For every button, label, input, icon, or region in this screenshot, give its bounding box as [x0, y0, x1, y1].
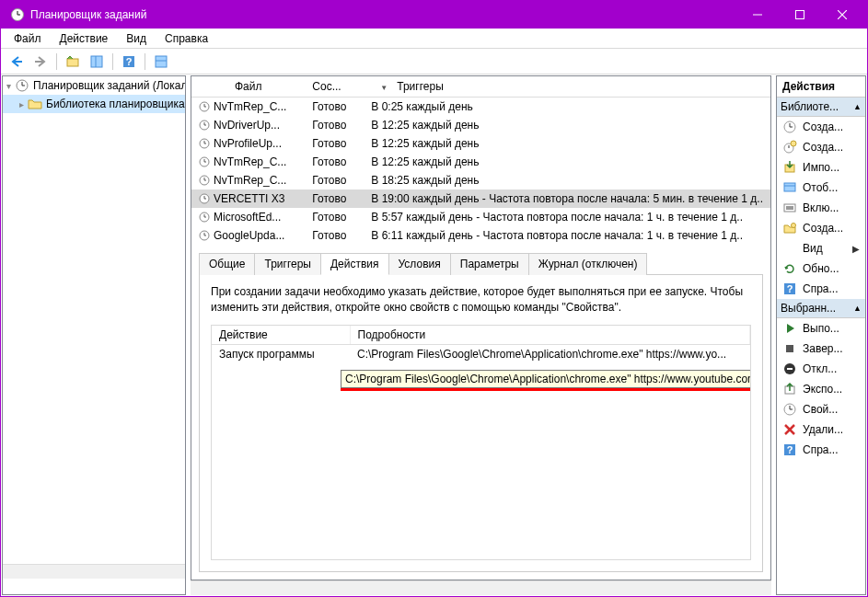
action-item-export[interactable]: Экспо...: [777, 379, 865, 399]
action-item-label: Спра...: [803, 443, 839, 456]
collapse-icon: ▲: [853, 304, 862, 313]
action-item-label: Экспо...: [803, 383, 842, 396]
action-item-clock-new[interactable]: Созда...: [777, 137, 865, 157]
task-cell-status: Готово: [305, 189, 364, 208]
actions-section-label: Выбранн...: [781, 302, 836, 315]
action-item-props[interactable]: Свой...: [777, 399, 865, 419]
tree-root[interactable]: ▾ Планировщик заданий (Локальн: [3, 76, 185, 95]
action-item-play[interactable]: Выпо...: [777, 318, 865, 339]
toolbar-forward[interactable]: [30, 52, 51, 72]
task-row[interactable]: NvTmRep_C...ГотовоВ 18:25 каждый день: [191, 171, 770, 189]
task-cell-status: Готово: [305, 153, 364, 171]
task-cell-status: Готово: [305, 97, 364, 116]
center-hscrollbar[interactable]: [191, 580, 771, 595]
task-cell-trigger: В 6:11 каждый день - Частота повтора пос…: [364, 226, 770, 243]
task-cell-name: NvTmRep_C...: [191, 97, 305, 116]
clock-new-icon: [782, 140, 797, 155]
task-list[interactable]: Файл Сос... ▼ Триггеры NvTmRep_C...Готов…: [191, 76, 770, 242]
annotation-underline: [341, 388, 751, 391]
tab-actions[interactable]: Действия: [320, 253, 389, 275]
action-item-help[interactable]: ?Спра...: [777, 440, 865, 460]
center-pane: Файл Сос... ▼ Триггеры NvTmRep_C...Готов…: [191, 75, 771, 595]
tree-library-label: Библиотека планировщика з: [46, 98, 186, 110]
actions-section-library[interactable]: Библиоте... ▲: [777, 98, 865, 117]
task-row[interactable]: GoogleUpda...ГотовоВ 6:11 каждый день - …: [191, 226, 770, 243]
expand-icon[interactable]: ▾: [6, 81, 11, 91]
task-row[interactable]: NvTmRep_C...ГотовоВ 12:25 каждый день: [191, 153, 770, 171]
app-icon: [10, 7, 25, 22]
tree-root-label: Планировщик заданий (Локальн: [33, 79, 186, 92]
tree-library[interactable]: ▸ Библиотека планировщика з: [3, 95, 185, 113]
svg-text:?: ?: [787, 283, 793, 294]
tab-history[interactable]: Журнал (отключен): [528, 253, 648, 275]
menu-view[interactable]: Вид: [117, 29, 156, 48]
column-header-triggers[interactable]: ▼ Триггеры: [364, 76, 770, 97]
action-item-label: Созда...: [803, 222, 843, 235]
tab-settings[interactable]: Параметры: [450, 253, 529, 275]
task-cell-trigger: В 12:25 каждый день: [364, 153, 770, 171]
action-row[interactable]: Запуск программы C:\Program Files\Google…: [212, 344, 750, 363]
toolbar-help[interactable]: ?: [119, 52, 139, 72]
actions-section-selected[interactable]: Выбранн... ▲: [777, 299, 865, 318]
task-row[interactable]: MicrosoftEd...ГотовоВ 5:57 каждый день -…: [191, 208, 770, 226]
minimize-button[interactable]: [736, 1, 779, 29]
detail-pane: Общие Триггеры Действия Условия Параметр…: [191, 247, 770, 580]
toolbar-back[interactable]: [6, 52, 27, 72]
task-cell-status: Готово: [305, 116, 364, 134]
tab-content-actions: При создании задачи необходимо указать д…: [199, 274, 763, 572]
task-row[interactable]: VERCETTI X3ГотовоВ 19:00 каждый день - Ч…: [191, 189, 770, 208]
column-header-status[interactable]: Сос...: [305, 76, 364, 97]
tree-hscrollbar[interactable]: [3, 564, 185, 579]
task-row[interactable]: NvProfileUp...ГотовоВ 12:25 каждый день: [191, 134, 770, 153]
refresh-icon: [782, 261, 797, 276]
action-item-label: Созда...: [803, 121, 843, 133]
action-item-clock[interactable]: Созда...: [777, 117, 865, 137]
delete-icon: [782, 422, 797, 437]
action-item-enable[interactable]: Вклю...: [777, 198, 865, 218]
action-item-stop[interactable]: Завер...: [777, 339, 865, 359]
tab-conditions[interactable]: Условия: [388, 253, 451, 275]
scheduler-icon: [15, 78, 29, 93]
action-item-submenu[interactable]: Вид▶: [777, 238, 865, 258]
svg-point-48: [791, 141, 796, 146]
clock-icon: [199, 156, 210, 167]
action-table-container: Действие Подробности Запуск программы C:…: [211, 325, 751, 560]
tooltip: C:\Program Files\Google\Chrome\Applicati…: [341, 370, 751, 388]
tab-triggers[interactable]: Триггеры: [254, 253, 321, 275]
toolbar-panel2[interactable]: [151, 52, 171, 72]
actions-pane-title: Действия: [777, 76, 865, 98]
close-button[interactable]: [821, 1, 863, 29]
task-row[interactable]: NvDriverUp...ГотовоВ 12:25 каждый день: [191, 116, 770, 134]
toolbar-separator: [145, 53, 145, 70]
menu-action[interactable]: Действие: [51, 29, 118, 48]
task-cell-trigger: В 12:25 каждый день: [364, 134, 770, 153]
maximize-button[interactable]: [779, 1, 821, 29]
action-column-details[interactable]: Подробности: [350, 326, 750, 345]
action-item-import[interactable]: Импо...: [777, 157, 865, 178]
action-item-label: Откл...: [803, 362, 837, 375]
action-item-help[interactable]: ?Спра...: [777, 279, 865, 299]
action-item-label: Завер...: [803, 342, 843, 355]
action-item-display[interactable]: Отоб...: [777, 178, 865, 198]
task-cell-name: GoogleUpda...: [191, 226, 305, 243]
tab-general[interactable]: Общие: [199, 253, 255, 275]
expand-icon[interactable]: ▸: [19, 99, 24, 109]
column-header-name[interactable]: Файл: [191, 76, 305, 97]
folder-new-icon: [782, 221, 797, 235]
action-item-refresh[interactable]: Обно...: [777, 258, 865, 279]
toolbar-panel[interactable]: [87, 52, 107, 72]
action-item-folder-new[interactable]: Созда...: [777, 218, 865, 238]
svg-text:?: ?: [787, 444, 793, 455]
menu-help[interactable]: Справка: [156, 29, 217, 48]
task-cell-trigger: В 5:57 каждый день - Частота повтора пос…: [364, 208, 770, 226]
menu-file[interactable]: Файл: [5, 29, 51, 48]
toolbar-up[interactable]: [63, 52, 83, 72]
task-row[interactable]: NvTmRep_C...ГотовоВ 0:25 каждый день: [191, 97, 770, 116]
action-item-label: Вклю...: [803, 201, 839, 214]
action-column-action[interactable]: Действие: [212, 326, 350, 345]
action-item-disable[interactable]: Откл...: [777, 359, 865, 379]
tree-pane[interactable]: ▾ Планировщик заданий (Локальн ▸ Библиот…: [2, 75, 186, 595]
action-item-label: Созда...: [803, 141, 843, 154]
action-item-delete[interactable]: Удали...: [777, 419, 865, 440]
action-item-label: Спра...: [803, 282, 839, 295]
